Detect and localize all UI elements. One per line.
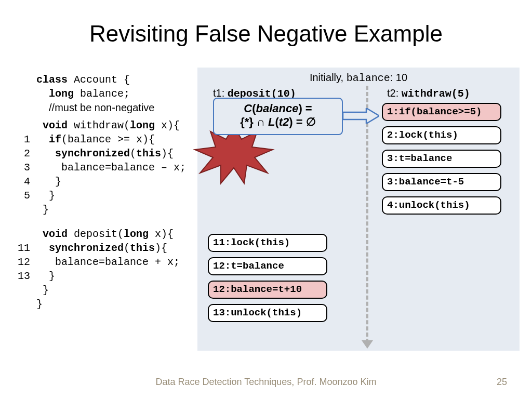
svg-marker-1 bbox=[343, 108, 379, 124]
thread2-header: t2: withdraw(5) bbox=[387, 87, 470, 100]
initial-state: Initially, balance: 10 bbox=[197, 72, 520, 84]
t1-step-2: 12:t=balance bbox=[208, 257, 327, 275]
callout-arrow-icon bbox=[343, 108, 379, 124]
t1-step-3: 12:balance=t+10 bbox=[208, 281, 327, 299]
t2-step-3: 3:t=balance bbox=[382, 150, 501, 168]
t2-step-4: 3:balance=t-5 bbox=[382, 173, 501, 191]
t2-step-5: 4:unlock(this) bbox=[382, 196, 501, 215]
t1-step-4: 13:unlock(this) bbox=[208, 304, 327, 322]
slide-content: class Account { long balance; //must be … bbox=[0, 57, 532, 379]
page-number: 25 bbox=[497, 377, 507, 388]
slide-title: Revisiting False Negative Example bbox=[0, 0, 532, 57]
t2-step-2: 2:lock(this) bbox=[382, 126, 501, 144]
timeline-arrow bbox=[366, 86, 368, 343]
timeline-arrowhead-icon bbox=[362, 340, 373, 349]
code-block: class Account { long balance; //must be … bbox=[16, 73, 186, 311]
execution-diagram: Initially, balance: 10 t1: deposit(10) t… bbox=[197, 68, 520, 351]
t1-step-1: 11:lock(this) bbox=[208, 234, 327, 252]
t2-step-1: 1:if(balance>=5) bbox=[382, 103, 501, 121]
lockset-callout: C(balance) = {*} ∩ L(t2) = ∅ bbox=[213, 98, 343, 135]
footer-text: Data Race Detection Techniques, Prof. Mo… bbox=[0, 377, 532, 388]
